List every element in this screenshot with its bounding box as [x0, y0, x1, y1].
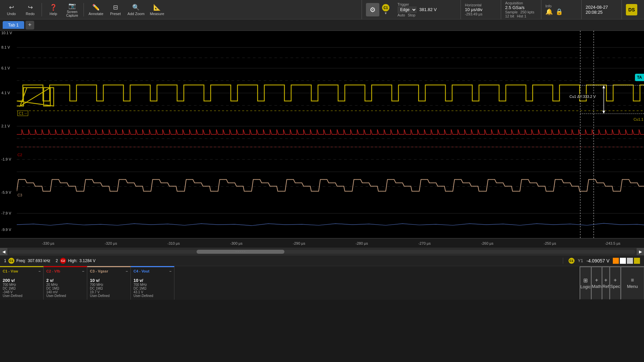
- add-zoom-button[interactable]: 🔍 Add Zoom: [125, 1, 147, 18]
- info-panel: Info 🔔 🔒: [541, 0, 581, 19]
- preset-button[interactable]: ⊟ Preset: [107, 1, 124, 18]
- time-tick-5: -280 µs: [330, 241, 393, 245]
- spec-button[interactable]: + Spec: [609, 266, 621, 300]
- y-label-6v: 6.1 V: [1, 66, 10, 70]
- c4-panel-details: 10 v/ 700 MHz DC 1MΩ 43.1 V User-Defined: [133, 278, 171, 298]
- undo-icon: ↩: [9, 4, 14, 11]
- time-tick-4: -290 µs: [268, 241, 330, 245]
- menu-button[interactable]: ≡ Menu: [621, 266, 644, 300]
- status-c1-circle: C1: [8, 258, 14, 264]
- ch1-circle: C1: [382, 4, 389, 11]
- c2-panel[interactable]: C2 - Vfb – 2 v/ 20 MHz DC 1MΩ 140 mV Use…: [44, 266, 87, 300]
- y-label-neg2v: -1.9 V: [1, 157, 11, 161]
- menu-icon: ≡: [631, 277, 634, 283]
- right-status: C1 Y1 -4.09057 V: [563, 258, 640, 264]
- c3-minus-btn[interactable]: –: [126, 269, 128, 273]
- help-icon: ❓: [50, 4, 57, 11]
- c3-panel-details: 10 v/ 700 MHz DC 1MΩ 19.7 V User-Defined: [90, 278, 128, 298]
- c1-panel-details: 200 v/ 700 MHz DC 1MΩ -348 V User-Define…: [3, 278, 41, 298]
- thumb-dots: · · · · ·: [236, 250, 246, 253]
- bell-icon: 🔔: [545, 8, 553, 15]
- time-tick-0: -330 µs: [17, 241, 79, 245]
- toolbar: ↩ Undo ↪ Redo ❓ Help 📷 ScreenCapture ✏️ …: [0, 0, 644, 19]
- lock-icon: 🔒: [555, 8, 563, 15]
- swatch-yellow: [634, 258, 640, 264]
- c3-scope-label: C3: [17, 193, 22, 197]
- bottom-buttons: ⊞ Logic + Math + Ref + Spec ≡ Menu: [580, 266, 644, 300]
- y-label-10v: 10.1 V: [1, 31, 12, 35]
- c3-panel[interactable]: C3 - Vgssr – 10 v/ 700 MHz DC 1MΩ 19.7 V…: [87, 266, 131, 300]
- measure-icon: 📐: [153, 4, 161, 11]
- time-tick-3: -300 µs: [205, 241, 268, 245]
- horizontal-panel: Horizontal 10 µs/div -293.49 µs: [461, 0, 501, 19]
- waveform-svg: [17, 31, 644, 238]
- c1-waveform: [17, 85, 644, 106]
- swatch-gray: [627, 258, 633, 264]
- right-panels: ⚙ C1 ▼ Trigger Edge 381.82 V Auto Stop H…: [362, 0, 641, 19]
- c2-minus-btn[interactable]: –: [82, 269, 84, 273]
- y-label-neg6v: -5.9 V: [1, 190, 11, 194]
- scrollbar-thumb[interactable]: · · · · ·: [197, 250, 284, 254]
- status-item-2: 2 C2 High: 3.1284 V: [56, 258, 96, 264]
- ref-button[interactable]: + Ref: [602, 266, 609, 300]
- redo-button[interactable]: ↪ Redo: [21, 1, 39, 18]
- color-swatches: [613, 258, 640, 264]
- screen-capture-button[interactable]: 📷 ScreenCapture: [63, 1, 81, 18]
- c1-panel-title: C1 - Vsw –: [3, 269, 41, 275]
- right-status-ch-circle: C1: [569, 258, 575, 264]
- trigger-type-select[interactable]: Edge: [397, 6, 417, 13]
- trigger-panel: Trigger Edge 381.82 V Auto Stop: [393, 0, 461, 19]
- c3-waveform: [17, 180, 644, 191]
- status-item-1: 1 C1 Freq: 307.693 kHz: [4, 258, 50, 264]
- c3-panel-title: C3 - Vgssr –: [90, 269, 128, 275]
- cursor-arrow-up: [602, 85, 605, 88]
- redo-icon: ↪: [28, 4, 33, 11]
- logic-icon: ⊞: [583, 277, 588, 284]
- ch-selector[interactable]: C1 ▼: [381, 4, 391, 15]
- acquisition-panel: Acquisition 2.5 GSa/s Sample 250 kpts 12…: [501, 0, 541, 19]
- camera-icon: 📷: [68, 2, 76, 9]
- cursor-arrow-down: [602, 111, 605, 114]
- y-label-8v: 8.1 V: [1, 45, 10, 49]
- annotate-icon: ✏️: [92, 4, 100, 11]
- preset-icon: ⊟: [113, 4, 118, 11]
- ta-label[interactable]: TA: [635, 74, 644, 81]
- scrollbar-track[interactable]: · · · · ·: [9, 250, 635, 254]
- add-tab-button[interactable]: +: [25, 21, 34, 29]
- tab-bar: Tab 1 +: [0, 19, 644, 31]
- y-label-4v: 4.1 V: [1, 91, 10, 95]
- spacer: [174, 266, 580, 300]
- logic-button[interactable]: ⊞ Logic: [580, 266, 591, 300]
- datetime-panel: 2024-08-27 20:08:25: [581, 0, 622, 19]
- divider-1: [42, 3, 42, 16]
- undo-button[interactable]: ↩ Undo: [3, 1, 20, 18]
- measure-button[interactable]: 📐 Measure: [148, 1, 166, 18]
- divider-2: [84, 3, 84, 16]
- brand-logo: DS: [626, 4, 637, 15]
- c4-panel-title: C4 - Vout –: [133, 269, 171, 275]
- math-icon: +: [595, 277, 598, 283]
- swatch-white: [620, 258, 626, 264]
- c1-panel[interactable]: C1 - Vsw – 200 v/ 700 MHz DC 1MΩ -348 V …: [0, 266, 44, 300]
- scroll-left-button[interactable]: ◀: [0, 248, 7, 255]
- tab-1[interactable]: Tab 1: [3, 21, 24, 29]
- channel-panels: C1 - Vsw – 200 v/ 700 MHz DC 1MΩ -348 V …: [0, 266, 644, 300]
- settings-button[interactable]: ⚙: [366, 3, 379, 16]
- math-button[interactable]: + Math: [591, 266, 602, 300]
- time-axis: -330 µs -320 µs -310 µs -300 µs -290 µs …: [0, 239, 644, 248]
- c4-minus-btn[interactable]: –: [169, 269, 171, 273]
- time-tick-9: -243.5 µs: [581, 241, 644, 245]
- c1-minus-btn[interactable]: –: [39, 269, 41, 273]
- c2-panel-title: C2 - Vfb –: [46, 269, 84, 275]
- scroll-right-button[interactable]: ▶: [637, 248, 644, 255]
- c2-scope-label: C2: [17, 153, 22, 157]
- annotate-button[interactable]: ✏️ Annotate: [87, 1, 105, 18]
- help-button[interactable]: ❓ Help: [45, 1, 62, 18]
- c1-ref-label: C1 --: [17, 111, 28, 116]
- time-tick-8: -250 µs: [519, 241, 581, 245]
- y-label-2v: 2.1 V: [1, 124, 10, 128]
- logo-panel: DS: [622, 0, 641, 19]
- c4-panel[interactable]: C4 - Vout – 10 v/ 700 MHz DC 1MΩ 43.1 V …: [131, 266, 174, 300]
- spec-icon: +: [614, 277, 617, 283]
- status-c2-circle: C2: [60, 258, 66, 264]
